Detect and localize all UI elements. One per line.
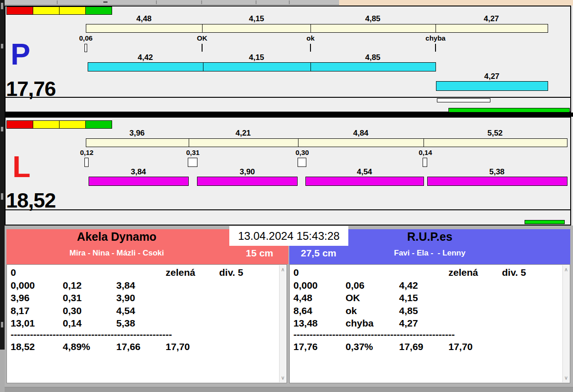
result-cell: 0,37% <box>346 341 373 352</box>
titlebar-divider <box>201 0 202 4</box>
results-bottom-strip <box>5 387 573 392</box>
result-cell: 4,48 <box>293 292 312 303</box>
l-change-label: 0,31 <box>186 149 199 156</box>
l-split-bar-segment <box>86 138 189 147</box>
result-cell: 0,14 <box>63 318 82 329</box>
team-left-scrollbar[interactable]: ∧ ∨ <box>279 265 286 382</box>
results-row: 8,17 0,30 4,54 <box>7 305 286 318</box>
p-change-tick <box>310 44 311 52</box>
result-cell: 3,84 <box>116 280 135 291</box>
p-run-bar-segment <box>310 62 436 71</box>
l-split-time-label: 3,96 <box>129 129 144 137</box>
result-cell: 4,15 <box>399 292 418 303</box>
l-split-bar-segment <box>189 138 298 147</box>
p-run-time-label: 4,85 <box>365 53 380 61</box>
titlebar-accent-area <box>339 0 573 6</box>
results-row: 4,48 OK 4,15 <box>290 292 570 305</box>
l-split-bar-segment <box>424 138 567 147</box>
team-right-height: 27,5 cm <box>292 248 345 258</box>
dashes-separator: ----------------------------------------… <box>293 329 455 340</box>
l-change-label: 0,30 <box>295 149 309 156</box>
l-change-label: 0,14 <box>418 149 432 156</box>
l-status-green-box <box>85 120 112 129</box>
results-separator-row: ----------------------------------------… <box>7 329 286 341</box>
team-right-scrollbar[interactable]: ∧ ∨ <box>562 265 569 382</box>
result-cell: zelená <box>166 267 195 278</box>
l-change-label: 0,12 <box>80 149 93 156</box>
l-run-time-label: 3,84 <box>131 168 146 176</box>
l-run-bar-segment <box>427 177 567 186</box>
scroll-up-icon[interactable]: ∧ <box>563 267 569 273</box>
lane-l-letter: L <box>12 152 30 182</box>
p-status-green-box <box>85 6 112 15</box>
results-row: 13,48 chyba 4,27 <box>290 318 570 330</box>
scroll-down-icon[interactable]: ∨ <box>280 375 286 381</box>
p-run-bar-segment <box>436 81 548 91</box>
dashes-separator: ----------------------------------------… <box>11 329 172 340</box>
result-cell: 4,89% <box>63 341 90 352</box>
lane-p-total: 17,76 <box>6 78 56 99</box>
result-cell: 0,000 <box>11 280 35 291</box>
l-split-time-label: 5,52 <box>487 129 502 137</box>
p-split-time-label: 4,85 <box>365 15 380 23</box>
p-change-label: 0,06 <box>79 35 92 42</box>
results-separator-row: ----------------------------------------… <box>290 329 570 341</box>
p-split-time-label: 4,27 <box>483 15 499 23</box>
results-row: 0 zelená div. 5 <box>290 267 570 279</box>
edge-strip-mark <box>1 127 3 131</box>
result-cell: 18,52 <box>11 341 35 352</box>
results-row: 0 zelená div. 5 <box>7 267 286 279</box>
datetime-display: 13.04.2024 15:43:28 <box>229 226 348 246</box>
team-right-results[interactable]: 0 zelená div. 5 0,000 0,06 4,42 4,48 OK … <box>289 264 570 383</box>
p-run-bar-segment <box>88 62 203 71</box>
left-edge-strip-bottom <box>0 350 5 392</box>
team-left-results[interactable]: 0 zelená div. 5 0,000 0,12 3,84 3,96 0,3… <box>6 264 287 383</box>
l-split-bar-segment <box>298 138 424 147</box>
p-split-bar-segment <box>86 24 203 33</box>
p-change-box <box>84 44 87 52</box>
l-run-bar-segment <box>197 177 298 186</box>
result-cell: 8,17 <box>11 305 30 316</box>
result-cell: 5,38 <box>116 318 135 329</box>
p-status-green-bar <box>448 108 570 113</box>
team-left-name: Akela Dynamo <box>6 231 227 243</box>
left-edge-strip <box>0 0 5 350</box>
result-cell: 17,70 <box>166 341 190 352</box>
p-change-tick <box>435 44 436 52</box>
result-cell: OK <box>346 292 360 303</box>
l-run-bar-segment <box>89 177 189 186</box>
l-status-yellow-box <box>33 120 60 129</box>
result-cell: 8,64 <box>293 305 312 316</box>
l-change-box <box>84 158 89 167</box>
l-status-yellow-box <box>59 120 86 129</box>
l-status-green-bar <box>525 220 565 224</box>
p-change-label: chyba <box>425 35 445 42</box>
titlebar-caret-icon <box>103 1 107 3</box>
l-change-box <box>423 158 427 167</box>
scroll-down-icon[interactable]: ∨ <box>563 375 569 381</box>
l-status-red-box <box>6 120 33 129</box>
p-change-label: ok <box>306 35 315 42</box>
l-divider-line <box>5 209 571 210</box>
p-change-label: OK <box>197 35 208 42</box>
l-run-time-label: 5,38 <box>489 168 504 176</box>
result-cell: 17,70 <box>448 341 473 352</box>
p-run-time-label: 4,42 <box>137 53 153 61</box>
p-progress-white-bar <box>437 98 490 102</box>
result-cell: 13,01 <box>11 318 35 329</box>
titlebar-divider <box>289 0 290 4</box>
p-run-time-label: 4,15 <box>249 53 264 61</box>
p-status-yellow-box <box>33 6 60 15</box>
p-run-bar-segment <box>203 62 311 71</box>
edge-strip-mark <box>1 3 3 9</box>
result-cell: 4,85 <box>399 305 418 316</box>
p-run-time-label: 4,27 <box>484 72 499 80</box>
titlebar-divider <box>156 0 157 4</box>
app-window: 4,48 4,15 4,85 4,27 0,06 OK ok chyba 4,4… <box>0 0 573 392</box>
result-cell: 0 <box>293 267 299 278</box>
p-status-yellow-box <box>59 6 86 15</box>
results-row: 0,000 0,06 4,42 <box>290 280 570 292</box>
result-cell: 17,76 <box>293 341 318 352</box>
results-row: 13,01 0,14 5,38 <box>7 318 286 330</box>
scroll-up-icon[interactable]: ∧ <box>280 267 286 273</box>
